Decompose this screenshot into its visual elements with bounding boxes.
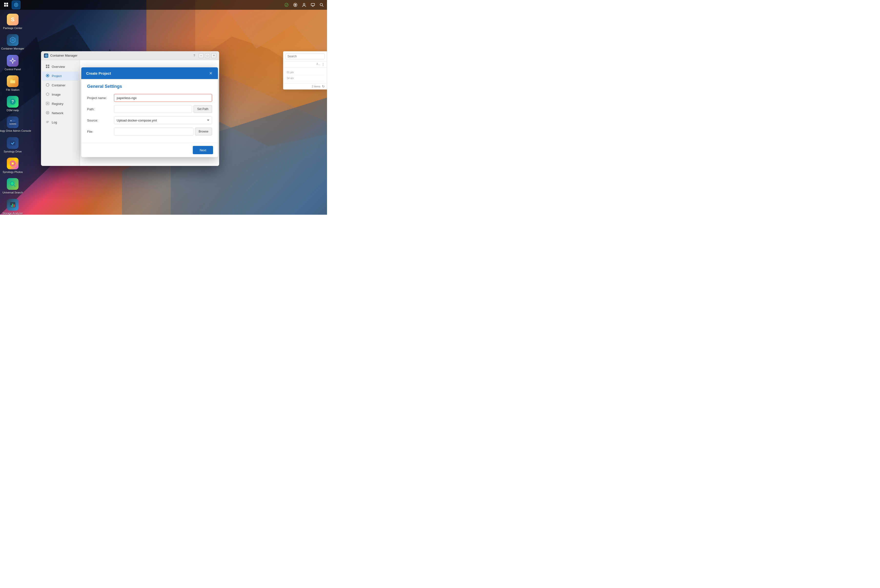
project-name-label: Project name: xyxy=(87,96,114,100)
sidebar-item-image[interactable]: Image xyxy=(42,90,79,99)
source-label: Source: xyxy=(87,118,114,122)
cm-maximize-btn[interactable]: □ xyxy=(205,53,210,58)
desktop-icon-synology-drive[interactable]: Synology Drive xyxy=(3,136,23,154)
svg-marker-15 xyxy=(11,38,14,42)
svg-rect-40 xyxy=(46,64,47,66)
image-icon xyxy=(45,93,50,97)
file-station-icon xyxy=(7,75,18,87)
sidebar-item-container[interactable]: Container xyxy=(42,81,79,90)
sidebar-item-network[interactable]: Network xyxy=(42,109,79,118)
network-icon xyxy=(45,111,50,115)
desktop-icon-dsm-help[interactable]: ? DSM Help xyxy=(3,94,23,114)
fs-more-btn[interactable]: ⋮ xyxy=(321,63,325,66)
cm-close-btn[interactable]: ✕ xyxy=(211,53,216,58)
svg-rect-37 xyxy=(14,204,15,207)
dialog-section-title: General Settings xyxy=(87,84,212,89)
container-manager-label: Container Manager xyxy=(1,47,24,50)
form-row-file: File: Browse xyxy=(87,128,212,135)
desktop-icon-package-center[interactable]: S Package Center xyxy=(3,12,23,31)
desktop-icon-storage-analyzer[interactable]: Storage Analyzer xyxy=(3,197,23,215)
log-icon xyxy=(45,120,50,124)
sidebar-item-overview[interactable]: Overview xyxy=(42,62,79,71)
dialog-close-btn[interactable]: ✕ xyxy=(208,71,213,76)
control-panel-icon xyxy=(7,55,18,67)
universal-search-icon xyxy=(7,178,18,190)
dialog-title: Create Project xyxy=(86,71,111,75)
taskbar-user-icon[interactable] xyxy=(301,2,308,8)
svg-rect-3 xyxy=(6,5,8,7)
file-label: File: xyxy=(87,130,114,134)
svg-rect-0 xyxy=(4,3,6,4)
source-select[interactable]: Upload docker-compose.yml Create docker-… xyxy=(114,116,212,124)
svg-marker-39 xyxy=(46,55,47,56)
fs-toolbar: A... ⋮ xyxy=(283,62,327,68)
dsm-help-icon: ? xyxy=(7,96,18,108)
svg-text:ADMIN: ADMIN xyxy=(9,123,16,125)
fs-footer: 2 items ↻ xyxy=(283,83,327,89)
svg-rect-1 xyxy=(6,3,8,4)
storage-analyzer-icon xyxy=(7,199,18,210)
cm-sidebar: Overview Project Container Image xyxy=(41,60,80,166)
desktop-icon-synology-photos[interactable]: Synology Photos xyxy=(3,156,23,175)
desktop-icon-container-manager[interactable]: Container Manager xyxy=(3,33,23,52)
desktop-icon-control-panel[interactable]: Control Panel xyxy=(3,53,23,72)
dialog-body: General Settings Project name: Path: Set… xyxy=(81,79,218,143)
taskbar-search-icon[interactable] xyxy=(318,2,325,8)
cm-window-title: Container Manager xyxy=(50,54,190,57)
form-row-path: Path: Set Path xyxy=(87,105,212,113)
fs-toolbar-label: A... xyxy=(316,63,320,66)
desktop-icon-file-station[interactable]: File Station xyxy=(3,74,23,93)
fs-item-count: 2 items xyxy=(312,85,320,88)
sidebar-log-label: Log xyxy=(52,120,57,124)
file-input[interactable] xyxy=(114,128,194,135)
svg-point-6 xyxy=(285,3,288,7)
svg-rect-43 xyxy=(48,67,49,68)
svg-point-12 xyxy=(320,3,323,6)
svg-point-8 xyxy=(303,3,305,5)
set-path-btn[interactable]: Set Path xyxy=(194,105,212,113)
fs-refresh-btn[interactable]: ↻ xyxy=(322,84,325,88)
svg-line-13 xyxy=(322,6,324,7)
svg-point-51 xyxy=(47,112,48,114)
svg-rect-2 xyxy=(4,5,6,7)
sidebar-item-log[interactable]: Log xyxy=(42,118,79,127)
file-input-group: Browse xyxy=(114,128,212,135)
package-center-icon: S xyxy=(7,14,18,26)
browse-btn[interactable]: Browse xyxy=(195,128,212,135)
cm-titlebar: Container Manager ? − □ ✕ xyxy=(41,51,219,60)
sidebar-network-label: Network xyxy=(52,111,63,115)
taskbar xyxy=(0,0,327,10)
project-icon xyxy=(45,74,50,78)
sidebar-container-label: Container xyxy=(52,84,65,87)
taskbar-display-icon[interactable] xyxy=(309,2,316,8)
svg-rect-41 xyxy=(48,64,49,66)
path-input-group: Set Path xyxy=(114,105,212,113)
storage-analyzer-label: Storage Analyzer xyxy=(3,212,23,215)
package-center-label: Package Center xyxy=(3,26,23,30)
svg-rect-42 xyxy=(46,67,47,68)
control-panel-label: Control Panel xyxy=(5,68,21,71)
taskbar-apps-btn[interactable] xyxy=(2,0,11,9)
sidebar-item-registry[interactable]: Registry xyxy=(42,99,79,108)
svg-rect-27 xyxy=(10,141,15,146)
desktop-icons-area: S Package Center Container Manager Contr… xyxy=(3,12,23,215)
desktop-icon-universal-search[interactable]: Universal Search xyxy=(3,177,23,196)
taskbar-container-manager-btn[interactable] xyxy=(12,0,21,9)
desktop-icon-synology-drive-admin[interactable]: ADMIN Synology Drive Admin Console xyxy=(3,115,23,134)
fs-item-1: :01 pm xyxy=(285,69,325,75)
svg-rect-35 xyxy=(11,205,12,207)
sidebar-item-project[interactable]: Project xyxy=(42,72,79,81)
next-btn[interactable]: Next xyxy=(193,146,213,154)
dsm-help-label: DSM Help xyxy=(7,109,19,112)
taskbar-status-icon[interactable] xyxy=(283,2,290,8)
fs-search-input[interactable] xyxy=(285,53,325,59)
cm-titlebar-controls: − □ ✕ xyxy=(199,53,216,58)
synology-photos-icon xyxy=(7,158,18,170)
svg-text:?: ? xyxy=(12,99,14,104)
cm-help-btn[interactable]: ? xyxy=(192,53,197,58)
synology-drive-label: Synology Drive xyxy=(4,150,22,153)
project-name-input[interactable] xyxy=(114,94,212,102)
path-input[interactable] xyxy=(114,105,192,113)
taskbar-chat-icon[interactable] xyxy=(292,2,299,8)
cm-minimize-btn[interactable]: − xyxy=(199,53,204,58)
